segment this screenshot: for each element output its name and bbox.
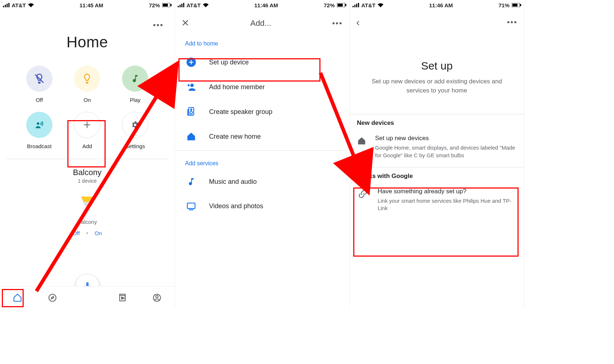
more-icon[interactable]: ••• (332, 19, 343, 28)
page-title: Set up (350, 60, 524, 72)
light-device-icon (75, 191, 100, 217)
screen-add: AT&T 11:46 AM 72% ✕ Add... ••• Add to ho… (175, 0, 350, 309)
action-off[interactable]: Off (22, 66, 57, 103)
row-works-desc: Link your smart home services like Phili… (378, 197, 517, 212)
svg-rect-5 (163, 4, 168, 7)
action-broadcast-label: Broadcast (27, 143, 52, 149)
back-icon[interactable]: ‹ (356, 16, 360, 28)
svg-rect-35 (358, 3, 359, 7)
svg-rect-22 (345, 4, 346, 6)
room-header[interactable]: Balcony 1 device (0, 168, 174, 184)
row-speaker-group[interactable]: Create speaker group (175, 99, 349, 124)
row-setup-new-desc: Google Home, smart displays, and devices… (375, 144, 517, 159)
music-note-icon (185, 177, 197, 186)
tab-discover[interactable] (45, 290, 60, 305)
carrier-text: AT&T (186, 2, 201, 8)
link-icon (357, 188, 369, 212)
home-icon (357, 135, 366, 159)
svg-rect-17 (180, 5, 181, 7)
svg-rect-3 (8, 3, 9, 7)
svg-point-12 (49, 294, 56, 301)
close-icon[interactable]: ✕ (181, 17, 189, 29)
svg-rect-30 (188, 203, 195, 209)
battery-icon (162, 2, 172, 8)
row-new-home[interactable]: Create new home (175, 124, 349, 149)
room-name: Balcony (0, 168, 174, 177)
battery-icon (512, 2, 521, 8)
signal-icon (353, 2, 359, 8)
status-bar: AT&T 11:45 AM 72% (0, 0, 174, 10)
action-settings[interactable]: Settings (118, 112, 153, 149)
tab-home[interactable] (10, 290, 25, 305)
divider (7, 159, 168, 159)
dot-separator (86, 232, 88, 234)
page-title: Home (0, 33, 174, 51)
device-off[interactable]: Off (72, 230, 80, 236)
row-speaker-group-label: Create speaker group (209, 108, 272, 116)
tab-mic-spacer (80, 290, 94, 305)
action-play-label: Play (130, 97, 141, 103)
screen-setup: AT&T 11:46 AM 71% ‹ ••• Set up Set up ne… (350, 0, 524, 309)
status-bar: AT&T 11:46 AM 72% (175, 0, 349, 10)
tv-icon (185, 201, 197, 211)
action-add-label: Add (82, 143, 92, 149)
device-name: Balcony (62, 219, 113, 225)
wifi-icon (28, 2, 34, 8)
row-new-home-label: Create new home (209, 133, 261, 141)
action-on-label: On (83, 97, 91, 103)
bulb-off-icon (26, 66, 52, 92)
tab-account[interactable] (150, 290, 164, 305)
svg-rect-34 (356, 4, 357, 7)
action-broadcast[interactable]: Broadcast (22, 112, 57, 149)
row-add-member[interactable]: Add home member (175, 75, 349, 99)
row-setup-device-label: Set up device (209, 59, 249, 66)
plus-circle-icon (185, 57, 197, 67)
battery-text: 72% (149, 2, 160, 8)
battery-text: 72% (324, 2, 335, 8)
action-play[interactable]: Play (118, 66, 153, 103)
music-note-icon (122, 66, 148, 92)
section-new-devices: New devices (350, 116, 524, 131)
svg-rect-16 (178, 6, 179, 7)
wifi-icon (378, 2, 383, 8)
signal-icon (178, 2, 184, 8)
status-time: 11:46 AM (429, 2, 453, 8)
svg-rect-21 (338, 4, 343, 7)
svg-rect-18 (181, 4, 182, 7)
section-add-to-home: Add to home (175, 32, 349, 50)
tab-media[interactable] (115, 290, 129, 305)
action-on[interactable]: On (70, 66, 105, 103)
speaker-group-icon (185, 107, 197, 117)
page-title: Add... (250, 19, 271, 28)
row-setup-new-devices[interactable]: Set up new devices Google Home, smart di… (350, 131, 524, 166)
row-works-title: Have something already set up? (378, 188, 517, 195)
action-add[interactable]: Add (70, 112, 105, 149)
broadcast-icon (26, 112, 52, 138)
device-on[interactable]: On (95, 230, 102, 236)
gear-icon (122, 112, 148, 138)
more-icon[interactable]: ••• (153, 20, 164, 30)
row-videos-label: Videos and photos (209, 202, 263, 210)
status-time: 11:46 AM (254, 2, 278, 8)
svg-point-29 (190, 109, 192, 110)
svg-rect-38 (520, 4, 521, 6)
section-add-services: Add services (175, 152, 349, 170)
room-device-count: 1 device (0, 178, 174, 184)
svg-line-7 (35, 75, 44, 83)
row-videos[interactable]: Videos and photos (175, 194, 349, 218)
svg-rect-37 (512, 4, 517, 7)
action-settings-label: Settings (125, 143, 145, 149)
person-add-icon (185, 82, 197, 92)
row-music[interactable]: Music and audio (175, 170, 349, 194)
device-card[interactable]: Balcony Off On (62, 191, 113, 236)
svg-point-28 (190, 111, 193, 114)
action-off-label: Off (36, 97, 43, 103)
row-music-label: Music and audio (209, 178, 257, 186)
row-works-with-google[interactable]: Have something already set up? Link your… (350, 184, 524, 219)
svg-rect-33 (354, 5, 355, 7)
svg-point-8 (37, 122, 39, 125)
more-icon[interactable]: ••• (507, 17, 517, 27)
svg-point-15 (156, 295, 158, 298)
screen-home: AT&T 11:45 AM 72% Home Off On (0, 0, 175, 309)
row-setup-device[interactable]: Set up device (175, 50, 349, 75)
